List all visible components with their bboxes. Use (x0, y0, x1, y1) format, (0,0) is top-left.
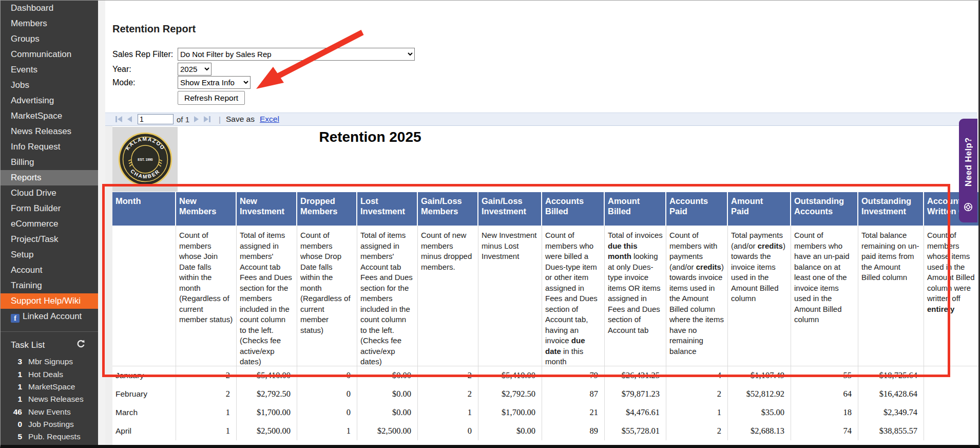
column-description-accounts-written-off: Count of members whose items used in the… (924, 226, 980, 366)
task-item-news-releases[interactable]: 1News Releases (1, 393, 98, 405)
refresh-report-button[interactable]: Refresh Report (178, 91, 245, 105)
table-body: January2$5,410.000$0.002$5,410.0079$26,4… (112, 366, 980, 440)
page-count-label: of 1 (177, 115, 189, 124)
value-cell: 2 (666, 385, 728, 403)
sidebar-item-project-task[interactable]: Project/Task (1, 232, 98, 247)
value-cell: 0 (297, 366, 357, 385)
sidebar-item-account[interactable]: Account (1, 263, 98, 278)
value-cell: $18,725.64 (858, 366, 924, 385)
sales-rep-filter-label: Sales Rep Filter: (112, 50, 173, 59)
value-cell: $55,728.01 (605, 422, 666, 440)
sidebar-item-support-help-wiki[interactable]: Support Help/Wiki (1, 293, 98, 309)
value-cell (924, 403, 980, 422)
value-cell: $1,700.00 (237, 403, 297, 422)
value-cell (924, 366, 980, 385)
column-description-outstanding-accounts: Count of members who have an un-paid bal… (791, 226, 858, 366)
mode-filter-select[interactable]: Show Extra Info (178, 76, 251, 89)
task-label: MarketSpace (28, 382, 75, 391)
sidebar-item-events[interactable]: Events (1, 62, 98, 78)
column-description-accounts-paid: Count of members with payments (and/or c… (666, 226, 728, 366)
sidebar-item-advertising[interactable]: Advertising (1, 93, 98, 108)
value-cell: $2,792.50 (478, 385, 542, 403)
sidebar-item-jobs[interactable]: Jobs (1, 78, 98, 93)
value-cell: $2,792.50 (237, 385, 297, 403)
sidebar-item-marketspace[interactable]: MarketSpace (1, 108, 98, 124)
table-row-april: April1$2,500.001$2,500.000$0.0089$55,728… (112, 422, 980, 440)
value-cell: 2 (666, 422, 728, 440)
save-as-excel-link[interactable]: Excel (260, 115, 279, 124)
column-description-gain-loss-members: Count of new members minus dropped membe… (418, 226, 478, 366)
table-row-january: January2$5,410.000$0.002$5,410.0079$26,4… (112, 366, 980, 385)
sidebar-nav: DashboardMembersGroupsCommunicationEvent… (1, 1, 98, 325)
facebook-icon: f (11, 314, 20, 323)
task-item-pub-requests[interactable]: 5Pub. Requests (1, 431, 98, 443)
column-description-dropped-members: Count of members whose Drop Date falls w… (297, 226, 357, 366)
page-number-input[interactable] (138, 114, 174, 124)
next-page-button[interactable] (194, 116, 199, 122)
task-count: 1 (5, 382, 22, 391)
task-label: Pub. Requests (28, 432, 81, 441)
sidebar-item-linked-account[interactable]: fLinked Account (1, 309, 98, 325)
sidebar-item-communication[interactable]: Communication (1, 47, 98, 62)
task-list-title: Task List (11, 340, 45, 350)
value-cell: $5,410.00 (237, 366, 297, 385)
value-cell: $26,431.25 (605, 366, 666, 385)
value-cell: 1 (666, 403, 728, 422)
value-cell: 0 (297, 403, 357, 422)
sales-rep-filter-select[interactable]: Do Not Filter by Sales Rep (178, 48, 415, 61)
column-description-amount-paid: Total payments (and/or credits) towards … (728, 226, 791, 366)
first-page-button[interactable] (115, 116, 122, 122)
sidebar-item-form-builder[interactable]: Form Builder (1, 201, 98, 216)
sidebar-item-setup[interactable]: Setup (1, 247, 98, 263)
sidebar-item-groups[interactable]: Groups (1, 31, 98, 47)
task-label: News Releases (28, 395, 84, 404)
prev-page-button[interactable] (127, 116, 132, 122)
task-item-job-postings[interactable]: 0Job Postings (1, 418, 98, 431)
column-header-outstanding-investment: Outstanding Investment (858, 192, 924, 226)
sidebar-item-billing[interactable]: Billing (1, 155, 98, 170)
sidebar-item-info-request[interactable]: Info Request (1, 139, 98, 155)
refresh-icon[interactable] (76, 339, 86, 351)
value-cell: $16,428.64 (858, 385, 924, 403)
sidebar-item-reports[interactable]: Reports (1, 170, 98, 185)
column-description-outstanding-investment: Total balance remaining on un-paid items… (858, 226, 924, 366)
task-count: 5 (5, 432, 22, 441)
need-help-tab[interactable]: Need Help? (959, 119, 977, 222)
column-description-gain-loss-investment: New Investment minus Lost Investment (478, 226, 542, 366)
sidebar-item-cloud-drive[interactable]: Cloud Drive (1, 185, 98, 201)
help-buoy-icon (963, 202, 973, 214)
sidebar-item-training[interactable]: Training (1, 278, 98, 293)
task-label: Mbr Signups (28, 357, 73, 366)
column-description-lost-investment: Total of items assigned in members' Acco… (357, 226, 418, 366)
sidebar: DashboardMembersGroupsCommunicationEvent… (1, 1, 98, 445)
sidebar-item-members[interactable]: Members (1, 16, 98, 31)
month-cell: April (112, 422, 176, 440)
value-cell: 18 (791, 403, 858, 422)
task-item-hot-deals[interactable]: 1Hot Deals (1, 368, 98, 380)
value-cell: $0.00 (478, 422, 542, 440)
column-header-new-investment: New Investment (237, 192, 297, 226)
table-description-row: Count of members whose Join Date falls w… (112, 226, 980, 366)
sidebar-item-news-releases[interactable]: News Releases (1, 124, 98, 139)
value-cell: $0.00 (357, 385, 418, 403)
column-header-outstanding-accounts: Outstanding Accounts (791, 192, 858, 226)
value-cell: $79,871.23 (605, 385, 666, 403)
value-cell: 1 (297, 422, 357, 440)
value-cell: 21 (542, 403, 605, 422)
value-cell: 87 (542, 385, 605, 403)
year-filter-select[interactable]: 2025 (178, 63, 212, 76)
sidebar-item-ecommerce[interactable]: eCommerce (1, 216, 98, 232)
task-count: 3 (5, 357, 22, 366)
content-gutter (98, 1, 105, 445)
task-item-mbr-signups[interactable]: 3Mbr Signups (1, 356, 98, 368)
report-title: Retention 2025 (288, 129, 452, 145)
value-cell: $2,688.13 (728, 422, 791, 440)
value-cell: 2 (418, 385, 478, 403)
sidebar-item-dashboard[interactable]: Dashboard (1, 1, 98, 16)
value-cell: 2 (176, 366, 237, 385)
task-item-new-events[interactable]: 46New Events (1, 406, 98, 418)
column-description-amount-billed: Total of invoices due this month looking… (605, 226, 666, 366)
task-item-marketspace[interactable]: 1MarketSpace (1, 381, 98, 393)
last-page-button[interactable] (204, 116, 211, 122)
column-header-new-members: New Members (176, 192, 237, 226)
